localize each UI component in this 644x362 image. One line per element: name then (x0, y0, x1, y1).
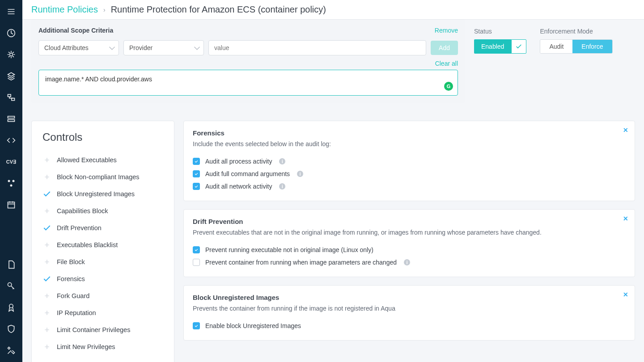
info-icon[interactable]: i (279, 158, 285, 164)
value-input[interactable] (208, 40, 426, 55)
layers-icon[interactable] (6, 71, 17, 81)
control-item[interactable]: Fork Guard (42, 287, 163, 304)
control-item[interactable]: Allowed Executables (42, 152, 163, 168)
checkbox-label: Audit all process activity (205, 158, 272, 165)
sidebar-nav: CV∃ (0, 0, 22, 362)
close-icon[interactable]: ✕ (623, 126, 628, 134)
plus-icon (42, 173, 51, 181)
grammarly-icon: G (444, 82, 453, 91)
enforcement-label: Enforcement Mode (540, 28, 612, 35)
card-description: Prevents the container from running if t… (193, 304, 626, 313)
audit-button[interactable]: Audit (540, 40, 572, 53)
enforce-button[interactable]: Enforce (572, 40, 612, 53)
svg-point-0 (10, 53, 13, 56)
plus-icon (42, 240, 51, 249)
control-item[interactable]: Block Unregistered Images (42, 185, 163, 202)
dashboard-icon[interactable] (6, 28, 17, 38)
checkbox[interactable] (193, 183, 200, 190)
control-label: Block Unregistered Images (57, 190, 135, 198)
status-indicator[interactable] (511, 39, 526, 54)
controls-panel: Controls Allowed ExecutablesBlock Non-co… (31, 121, 174, 362)
shield-icon[interactable] (6, 324, 17, 334)
chevron-right-icon: › (103, 6, 106, 13)
control-card: ✕Drift PreventionPrevent executables tha… (183, 209, 635, 277)
control-item[interactable]: Block Non-compliant Images (42, 168, 163, 185)
clear-all-button[interactable]: Clear all (435, 60, 458, 67)
control-item[interactable]: Forensics (42, 270, 163, 287)
controls-title: Controls (42, 131, 163, 143)
network-icon[interactable] (6, 92, 17, 103)
control-item[interactable]: Limit Container Privileges (42, 321, 163, 338)
plus-icon (42, 257, 51, 266)
checkbox-label: Prevent container from running when imag… (205, 259, 397, 266)
svg-rect-3 (8, 116, 15, 118)
check-icon (42, 274, 51, 283)
card-description: Include the events selected below in the… (193, 139, 626, 149)
close-icon[interactable]: ✕ (623, 291, 628, 298)
key-icon[interactable] (6, 281, 17, 291)
checkbox-label: Audit all network activity (205, 183, 272, 190)
control-label: Capabilities Block (57, 207, 108, 215)
tools-icon[interactable] (6, 345, 17, 356)
enforcement-block: Enforcement Mode Audit Enforce (540, 28, 612, 103)
control-label: Allowed Executables (57, 156, 117, 164)
code-icon[interactable] (6, 135, 17, 146)
plus-icon (42, 342, 51, 351)
plus-icon (42, 206, 51, 215)
info-icon[interactable]: i (404, 259, 410, 265)
checkbox[interactable] (193, 246, 200, 253)
checkbox[interactable] (193, 322, 200, 329)
svg-rect-8 (8, 202, 15, 208)
query-text: image.name.* AND cloud.provider.aws (45, 76, 152, 83)
card-title: Block Unregistered Images (193, 294, 626, 301)
status-enabled-button[interactable]: Enabled (474, 39, 511, 54)
control-item[interactable]: File Block (42, 253, 163, 270)
control-item[interactable]: Executables Blacklist (42, 236, 163, 253)
menu-icon[interactable] (6, 6, 17, 17)
control-item[interactable]: Capabilities Block (42, 202, 163, 219)
control-label: Drift Prevention (57, 224, 102, 232)
control-card: ✕Block Unregistered ImagesPrevents the c… (183, 285, 635, 341)
scope-title: Additional Scope Criteria (38, 27, 113, 34)
control-label: Executables Blacklist (57, 241, 118, 248)
plus-icon (42, 291, 51, 300)
checkbox-label: Enable block Unregistered Images (205, 322, 301, 329)
check-icon (42, 223, 51, 232)
checkbox-row: Prevent container from running when imag… (193, 256, 626, 269)
query-textarea[interactable]: image.name.* AND cloud.provider.aws G (38, 70, 458, 96)
breadcrumb-parent[interactable]: Runtime Policies (31, 4, 98, 15)
helm-icon[interactable] (6, 49, 17, 60)
checkbox-row: Audit all network activityi (193, 180, 626, 193)
info-icon[interactable]: i (279, 183, 285, 189)
checkbox-label: Audit full command arguments (205, 170, 290, 177)
control-label: File Block (57, 258, 85, 265)
control-label: Fork Guard (57, 292, 89, 299)
checkbox[interactable] (193, 158, 200, 165)
attribute-select[interactable]: Cloud Attributes (38, 40, 119, 55)
calendar-icon[interactable] (6, 199, 17, 210)
breadcrumb-current: Runtime Protection for Amazon ECS (conta… (111, 4, 326, 15)
control-item[interactable]: IP Reputation (42, 304, 163, 321)
add-button[interactable]: Add (431, 41, 458, 55)
card-description: Prevent executables that are not in the … (193, 228, 626, 237)
file-icon[interactable] (6, 259, 17, 270)
plus-icon (42, 156, 51, 164)
provider-select[interactable]: Provider (123, 40, 204, 55)
server-icon[interactable] (6, 114, 17, 124)
plus-icon (42, 325, 51, 334)
remove-button[interactable]: Remove (435, 27, 458, 34)
control-item[interactable]: Drift Prevention (42, 219, 163, 236)
checkbox[interactable] (193, 170, 200, 177)
control-item[interactable]: Limit New Privileges (42, 338, 163, 355)
card-title: Drift Prevention (193, 218, 626, 225)
checkbox[interactable] (193, 259, 200, 266)
checkbox-row: Audit full command argumentsi (193, 168, 626, 180)
close-icon[interactable]: ✕ (623, 215, 628, 222)
control-label: Forensics (57, 275, 85, 282)
cluster-icon[interactable] (6, 178, 17, 189)
cve-icon[interactable]: CV∃ (6, 156, 17, 167)
svg-rect-1 (8, 94, 11, 97)
control-card: ✕ForensicsInclude the events selected be… (183, 121, 635, 201)
info-icon[interactable]: i (297, 171, 303, 177)
badge-icon[interactable] (6, 302, 17, 313)
